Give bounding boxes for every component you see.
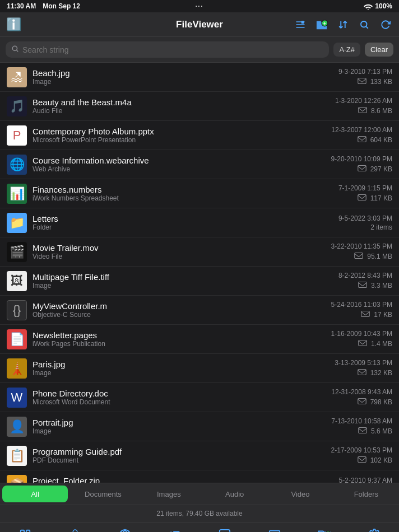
file-size: 132 KB [370,369,392,377]
file-icon: 🖼 [7,271,27,291]
list-item[interactable]: WPhone Directory.docMicrosoft Word Docum… [0,383,399,412]
file-meta: 1-16-2009 10:43 PM1.4 MB [331,330,392,349]
list-item[interactable]: 🌐Course Information.webarchiveWeb Archiv… [0,150,399,179]
mail-icon[interactable] [360,310,370,320]
list-item[interactable]: 🏖Beach.jpgImage9-3-2010 7:13 PM133 KB [0,63,399,92]
list-item[interactable]: 🎬Movie Trailer.movVideo File3-22-2010 11… [0,237,399,267]
file-meta-row: 133 KB [354,77,392,87]
file-info: Contemporary Photo Album.pptxMicrosoft P… [33,127,326,144]
search-input[interactable] [22,45,323,54]
file-date: 3-22-2010 11:35 PM [331,242,392,250]
search-input-wrapper[interactable] [6,41,329,58]
file-type: PDF Document [33,456,326,464]
file-info: Paris.jpgImage [33,360,329,377]
file-name: Movie Trailer.mov [33,243,326,253]
nav-title: FileViewer [176,19,223,30]
mail-icon[interactable] [357,368,367,378]
filter-tab-documents[interactable]: Documents [70,483,136,505]
file-size: 95.1 MB [367,253,392,260]
file-info: MyViewController.mObjective-C Source [33,301,326,319]
status-dots: ··· [196,3,203,10]
file-size: 8.6 MB [371,107,392,115]
list-item[interactable]: 📊Finances.numbersiWork Numbers Spreadshe… [0,179,399,208]
folder-add-icon[interactable]: + [315,18,328,31]
list-toolbar-icon[interactable] [164,524,186,533]
edit-icon[interactable] [294,18,307,31]
list-item[interactable]: 📄Newsletter.pagesiWork Pages Publication… [0,325,399,354]
file-name: Multipage Tiff File.tiff [33,272,333,282]
globe-toolbar-icon[interactable] [114,524,136,533]
file-type: Image [33,78,333,86]
file-name: Portrait.jpg [33,418,326,427]
filter-tab-audio[interactable]: Audio [202,483,267,505]
list-item[interactable]: 🎵Beauty and the Beast.m4aAudio File1-3-2… [0,92,399,121]
list-item[interactable]: 🖼Multipage Tiff File.tiffImage8-2-2012 8… [0,267,399,296]
filter-tab-video[interactable]: Video [267,483,333,505]
mail-icon[interactable] [357,135,367,145]
mail-icon[interactable] [358,281,368,291]
mail-icon[interactable] [358,426,368,436]
svg-rect-24 [26,530,29,532]
settings-toolbar-icon[interactable] [363,524,386,533]
file-meta-row: 798 KB [354,397,392,407]
file-size: 102 KB [370,456,392,464]
list-item[interactable]: 👤Portrait.jpgImage7-13-2010 10:58 AM5.6 … [0,412,399,441]
sort-direction-icon[interactable] [336,18,350,31]
mail-icon[interactable] [358,339,368,349]
file-name: Paris.jpg [33,360,329,369]
info-icon[interactable]: ℹ️ [7,18,20,31]
file-meta: 5-2-2010 9:37 AM24.2 MB [339,477,392,483]
svg-rect-10 [358,194,365,200]
file-type: Objective-C Source [33,311,326,319]
file-type: Microsoft Word Document [33,398,326,406]
mail-icon[interactable] [358,106,368,116]
file-meta-row: 102 KB [354,455,392,465]
file-name: Programming Guide.pdf [33,447,326,456]
filter-tab-images[interactable]: Images [136,483,202,505]
mail-icon[interactable] [357,164,367,174]
refresh-icon[interactable] [379,18,392,31]
mail-icon[interactable] [357,77,367,87]
file-info: Portrait.jpgImage [33,418,326,435]
file-meta: 9-3-2010 7:13 PM133 KB [338,68,392,87]
clear-button[interactable]: Clear [365,43,393,57]
bottom-toolbar: + [0,522,399,532]
play-toolbar-icon[interactable] [214,524,236,533]
file-size: 297 KB [370,165,392,173]
file-name: MyViewController.m [33,301,326,311]
file-size: 604 KB [370,136,392,144]
photo-toolbar-icon[interactable] [263,524,286,533]
list-item[interactable]: 📦Project_Folder.zipZip Archive5-2-2010 9… [0,470,399,483]
file-type: Audio File [33,107,330,115]
file-name: Finances.numbers [33,185,333,194]
svg-rect-13 [361,311,369,316]
file-info: Beauty and the Beast.m4aAudio File [33,97,330,115]
file-type: iWork Numbers Spreadsheet [33,194,333,202]
mail-icon[interactable] [357,397,367,407]
mail-icon[interactable] [354,251,364,262]
file-icon: 📦 [7,475,27,483]
mail-icon[interactable] [357,455,367,465]
list-item[interactable]: 🗼Paris.jpgImage3-13-2009 5:13 PM132 KB [0,354,399,383]
file-meta-row: 132 KB [354,368,392,378]
search-nav-icon[interactable] [358,18,371,31]
list-item[interactable]: {}MyViewController.mObjective-C Source5-… [0,296,399,325]
list-item[interactable]: PContemporary Photo Album.pptxMicrosoft … [0,121,399,150]
grid-icon[interactable] [14,524,36,533]
file-info: Newsletter.pagesiWork Pages Publication [33,330,326,348]
sort-button[interactable]: A·Z# [333,43,360,57]
file-list: 🏖Beach.jpgImage9-3-2010 7:13 PM133 KB🎵Be… [0,63,399,483]
list-item[interactable]: 📁LettersFolder9-5-2022 3:03 PM2 items [0,208,399,237]
folder-toolbar-icon[interactable]: + [313,524,336,533]
file-type: Image [33,369,329,377]
file-info: Beach.jpgImage [33,68,333,86]
filter-tab-all[interactable]: All [2,486,68,502]
file-icon: 📄 [7,329,27,349]
filter-tab-folders[interactable]: Folders [333,483,399,505]
list-item[interactable]: 📋Programming Guide.pdfPDF Document2-17-2… [0,441,399,470]
file-name: Newsletter.pages [33,330,326,340]
lock-toolbar-icon[interactable] [64,524,86,533]
file-meta-row: 297 KB [354,164,392,174]
file-icon: 🏖 [7,67,27,87]
mail-icon[interactable] [357,193,367,203]
